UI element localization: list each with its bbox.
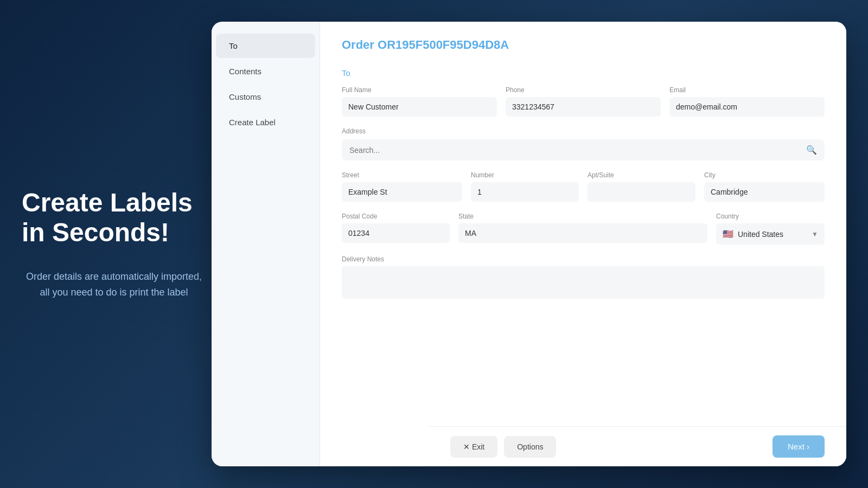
country-select-wrapper[interactable]: 🇺🇸 United States ▼ — [716, 223, 825, 245]
state-label: State — [458, 213, 707, 220]
row-postal-state-country: Postal Code State Country 🇺🇸 United Stat… — [342, 213, 825, 245]
city-label: City — [704, 171, 825, 179]
sidebar-item-to[interactable]: To — [216, 34, 315, 58]
full-name-input[interactable] — [342, 97, 497, 117]
postal-code-label: Postal Code — [342, 213, 450, 220]
exit-button[interactable]: ✕ Exit — [450, 436, 497, 458]
group-postal-code: Postal Code — [342, 213, 450, 245]
sidebar: To Contents Customs Create Label — [212, 22, 320, 466]
row-name-phone-email: Full Name Phone Email — [342, 86, 825, 117]
group-phone: Phone — [506, 86, 661, 117]
email-label: Email — [669, 86, 825, 94]
chevron-down-icon: ▼ — [812, 230, 818, 238]
apt-suite-input[interactable] — [588, 182, 695, 202]
group-delivery-notes: Delivery Notes — [342, 255, 825, 299]
full-name-label: Full Name — [342, 86, 497, 94]
row-street-number-apt-city: Street Number Apt/Suite City — [342, 171, 825, 202]
street-label: Street — [342, 171, 462, 179]
footer-bar: ✕ Exit Options Next › — [429, 426, 846, 466]
email-input[interactable] — [669, 97, 825, 117]
section-to-label: To — [342, 68, 825, 78]
options-button[interactable]: Options — [504, 436, 556, 458]
order-title: Order OR195F500F95D94D8A — [342, 38, 825, 52]
country-flag: 🇺🇸 — [723, 229, 733, 239]
group-apt-suite: Apt/Suite — [588, 171, 695, 202]
main-content-wrapper: Order OR195F500F95D94D8A To Full Name Ph… — [320, 22, 846, 466]
apt-suite-label: Apt/Suite — [588, 171, 695, 179]
delivery-notes-input[interactable] — [342, 266, 825, 299]
group-street: Street — [342, 171, 462, 202]
sidebar-item-contents[interactable]: Contents — [216, 59, 315, 84]
subtext: Order details are automatically imported… — [22, 269, 206, 300]
headline: Create Labels in Seconds! — [22, 188, 206, 247]
main-content: Order OR195F500F95D94D8A To Full Name Ph… — [320, 22, 846, 466]
number-label: Number — [471, 171, 579, 179]
postal-code-input[interactable] — [342, 223, 450, 243]
left-panel: Create Labels in Seconds! Order details … — [22, 188, 206, 300]
number-input[interactable] — [471, 182, 579, 202]
sidebar-item-create-label[interactable]: Create Label — [216, 110, 315, 134]
group-city: City — [704, 171, 825, 202]
street-input[interactable] — [342, 182, 462, 202]
next-button[interactable]: Next › — [773, 435, 825, 458]
address-search-container: 🔍 — [342, 139, 825, 160]
group-full-name: Full Name — [342, 86, 497, 117]
state-input[interactable] — [458, 223, 707, 243]
sidebar-item-customs[interactable]: Customs — [216, 85, 315, 109]
group-email: Email — [669, 86, 825, 117]
address-search-input[interactable] — [349, 146, 806, 155]
delivery-notes-label: Delivery Notes — [342, 255, 825, 263]
country-select[interactable]: United States — [738, 230, 807, 239]
phone-input[interactable] — [506, 97, 661, 117]
city-input[interactable] — [704, 182, 825, 202]
address-label: Address — [342, 127, 825, 135]
group-number: Number — [471, 171, 579, 202]
country-label: Country — [716, 213, 825, 220]
group-country: Country 🇺🇸 United States ▼ — [716, 213, 825, 245]
search-icon: 🔍 — [806, 145, 817, 155]
phone-label: Phone — [506, 86, 661, 94]
group-state: State — [458, 213, 707, 245]
modal-container: To Contents Customs Create Label Order O… — [212, 22, 846, 466]
